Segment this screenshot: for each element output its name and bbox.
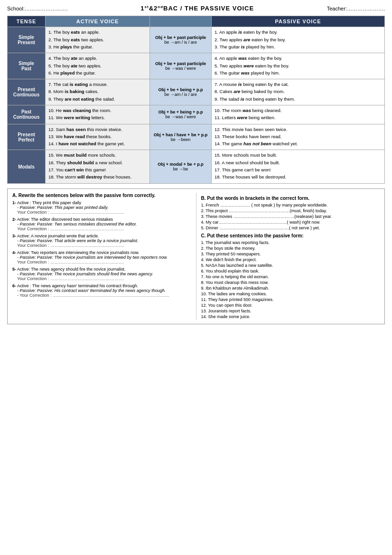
section-b: B. Put the words in brackets in the corr… xyxy=(201,196,380,230)
passive-sentence: 9. The salad is not being eaten by them. xyxy=(215,96,382,102)
exercise-a-passive: - Passive: Passive: That article were wr… xyxy=(17,238,191,243)
page-title: 1st&2ndBAC / THE PASSIVE VOICE xyxy=(140,5,254,12)
tense-cell-3: PastContinuous xyxy=(8,105,46,124)
active-cell-3: 10. He was cleaning the room.11. We were… xyxy=(46,105,150,124)
exercise-a-passive: - Passive: Passive: This paper was print… xyxy=(17,205,191,210)
exercise-section: A. Rewrite the sentences below with the … xyxy=(7,188,385,324)
passive-sentence: 14. The game has not been watched yet. xyxy=(215,141,382,147)
exercise-a-item: 3- Active: A novice journalist wrote tha… xyxy=(12,234,191,248)
col-tense-header: TENSE xyxy=(8,16,46,27)
exercise-c-item: 2. The boys stole the money. xyxy=(201,246,380,251)
exercise-c-item: 5. NASA has launched a new satellite. xyxy=(201,263,380,268)
passive-cell-4: 12. This movie has been seen twice.13. T… xyxy=(212,124,385,150)
active-sentence: 8. Mom is baking cakes. xyxy=(48,88,147,94)
exercise-c-item: 7. No one is helping the old woman. xyxy=(201,274,380,279)
exercise-a-correction: Your Correction : ……………………………………………. xyxy=(17,226,191,231)
section-b-title: B. Put the words in brackets in the corr… xyxy=(201,196,380,201)
exercise-b-item: 4. My car…………………………………………( wash) right n… xyxy=(201,220,380,225)
exercise-a-number: 4- Active: Two reporters are interviewin… xyxy=(12,250,191,255)
passive-sentence: 12. This movie has been seen twice. xyxy=(215,126,382,132)
exercise-a-correction: - Your Correction : ……………………………………………………… xyxy=(17,293,191,298)
exercise-a-number: 2- Active: The editor discovered two ser… xyxy=(12,217,191,222)
exercise-a-number: 3- Active: A novice journalist wrote tha… xyxy=(12,234,191,238)
exercise-a-item: 6- Active : The news agency hasn' termin… xyxy=(12,283,191,298)
exercise-a-correction: Your Correction : ……………………………………………. xyxy=(17,260,191,264)
exercise-c-item: 12. You can open this door. xyxy=(201,303,380,308)
formula-cell-2: Obj + be + being + p.pbe →am / is / are xyxy=(150,79,212,105)
passive-sentence: 15. More schools must be built. xyxy=(215,152,382,158)
section-c-items: 1. The journalist was reporting facts.2.… xyxy=(201,240,380,319)
active-sentence: 15. We must build more schools. xyxy=(48,152,147,158)
active-cell-5: 15. We must build more schools.16. They … xyxy=(46,150,150,183)
passive-cell-1: 4. An apple was eaten by the boy.5. Two … xyxy=(212,53,385,79)
passive-cell-3: 10. The room was being cleaned.11. Lette… xyxy=(212,105,385,124)
main-grammar-table: TENSE ACTIVE VOICE PASSIVE VOICE SimpleP… xyxy=(7,16,385,183)
active-sentence: 1. The boy eats an apple. xyxy=(48,29,147,35)
section-a: A. Rewrite the sentences below with the … xyxy=(12,193,196,320)
formula-cell-1: Obj + be + past participlebe →was / were xyxy=(150,53,212,79)
exercise-b-item: 2. This project …………………………………….(must, fi… xyxy=(201,208,380,213)
exercise-a-number: 6- Active : The news agency hasn' termin… xyxy=(12,283,191,288)
active-cell-0: 1. The boy eats an apple.2. The boy eats… xyxy=(46,27,150,53)
exercise-b-item: 1. French ………………… ( not speak ) by many … xyxy=(201,203,380,207)
exercise-c-item: 13. Jouranists report facts. xyxy=(201,309,380,313)
formula-cell-3: Obj + be + being + p.pbe →was / were xyxy=(150,105,212,124)
exercise-c-item: 8. You must cleanup this mess now. xyxy=(201,280,380,285)
active-sentence: 12. Sam has seen this movie stwice. xyxy=(48,126,147,132)
exercise-a-item: 5- Active: The news agency should fire t… xyxy=(12,267,191,281)
section-a-title: A. Rewrite the sentences below with the … xyxy=(12,193,191,198)
active-sentence: 2. The boy eats two apples. xyxy=(48,37,147,43)
passive-sentence: 2. Two apples are eaten by the boy. xyxy=(215,37,382,43)
col-formula-header xyxy=(150,16,212,27)
exercise-a-passive: - Passive: Passive: His contract wasn' t… xyxy=(17,288,191,293)
section-bc: B. Put the words in brackets in the corr… xyxy=(201,193,380,320)
exercise-a-number: 5- Active: The news agency should fire t… xyxy=(12,267,191,272)
col-passive-header: PASSIVE VOICE xyxy=(212,16,385,27)
section-c: C. Put these sentences into the passive … xyxy=(201,233,380,319)
active-sentence: 17. You can't win this game! xyxy=(48,167,147,173)
active-sentence: 10. He was cleaning the room. xyxy=(48,107,147,113)
exercise-b-item: 3. These movies …………………………………….(realease… xyxy=(201,214,380,219)
active-cell-2: 7. The cat is eating a mouse.8. Mom is b… xyxy=(46,79,150,105)
passive-cell-0: 1. An apple is eaten by the boy.2. Two a… xyxy=(212,27,385,53)
school-label: School:……………………. xyxy=(7,6,68,11)
exercise-a-correction: Your Correction : ……………………………………………. xyxy=(17,210,191,215)
passive-sentence: 3. The guitar is played by him. xyxy=(215,44,382,50)
active-sentence: 5. The boy ate two apples. xyxy=(48,63,147,69)
passive-sentence: 4. An apple was eaten by the boy. xyxy=(215,55,382,61)
exercise-a-correction: Your Correction : ……………………………………………. xyxy=(17,276,191,281)
formula-cell-0: Obj + be + past participlebe →am / is / … xyxy=(150,27,212,53)
exercise-c-item: 1. The journalist was reporting facts. xyxy=(201,240,380,245)
passive-sentence: 11. Letters were being written. xyxy=(215,114,382,121)
exercise-a-item: 1- Active : They print this paper daily … xyxy=(12,200,191,215)
exercise-c-item: 14. She made some juice. xyxy=(201,314,380,319)
passive-sentence: 18. These houses will be destroyed. xyxy=(215,174,382,180)
exercise-a-item: 2- Active: The editor discovered two ser… xyxy=(12,217,191,231)
passive-sentence: 16. A new school should be built. xyxy=(215,160,382,166)
passive-sentence: 17. This game can't be won! xyxy=(215,167,382,173)
tense-cell-0: SimplePresent xyxy=(8,27,46,53)
exercise-c-item: 4. We didn't finish the project. xyxy=(201,257,380,262)
active-sentence: 18. The storm will destroy these houses. xyxy=(48,174,147,180)
passive-cell-2: 7. A mouse is being eaten by the cat.8. … xyxy=(212,79,385,105)
exercise-a-correction: Your Correction : ……………………………………………. xyxy=(17,243,191,248)
exercise-c-item: 11. They have printed 500 magazines. xyxy=(201,297,380,302)
teacher-label: Teacher:…………………. xyxy=(327,6,385,11)
active-sentence: 7. The cat is eating a mouse. xyxy=(48,81,147,87)
passive-sentence: 1. An apple is eaten by the boy. xyxy=(215,29,382,35)
tense-cell-1: SimplePast xyxy=(8,53,46,79)
exercise-a-passive: - Passive: Passive: The novice journalis… xyxy=(17,272,191,276)
passive-sentence: 5. Two apples were eaten by the boy. xyxy=(215,63,382,69)
exercise-c-item: 6. You should explain this task. xyxy=(201,269,380,273)
passive-sentence: 6. The guitar was played by him. xyxy=(215,70,382,76)
exercise-a-item: 4- Active: Two reporters are interviewin… xyxy=(12,250,191,264)
exercise-c-item: 3. They printed 50 newspapers. xyxy=(201,252,380,256)
active-sentence: 9. They are not eating the salad. xyxy=(48,96,147,102)
exercise-a-passive: - Passive: Passive: Two serious mistakes… xyxy=(17,222,191,226)
active-sentence: 16. They should build a new school. xyxy=(48,160,147,166)
passive-sentence: 8. Cakes are being baked by mom. xyxy=(215,88,382,94)
tense-cell-4: PresentPerfect xyxy=(8,124,46,150)
formula-cell-4: Obj + has / have + be + p.pbe →been xyxy=(150,124,212,150)
exercise-c-item: 9. Ibn Khaldoun wrote Almikadimah. xyxy=(201,286,380,291)
section-c-title: C. Put these sentences into the passive … xyxy=(201,233,380,238)
